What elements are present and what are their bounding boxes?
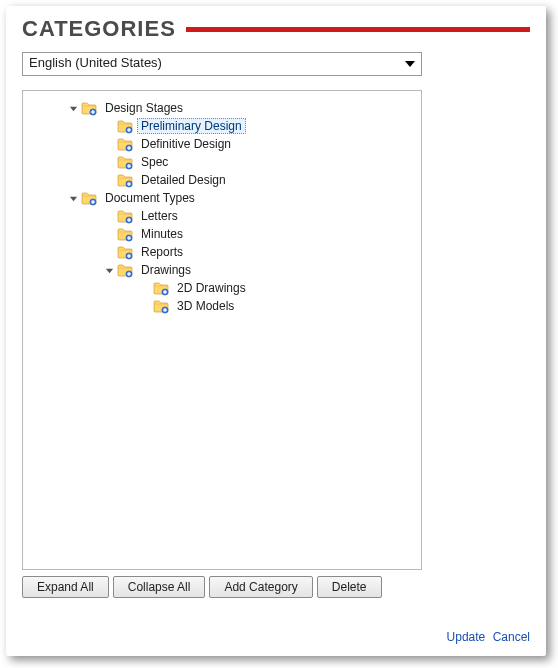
categories-panel: CATEGORIES English (United States) Desig… <box>6 6 546 656</box>
tree-toggle-icon[interactable] <box>67 102 79 114</box>
footer-links: Update Cancel <box>443 630 530 644</box>
tree-row[interactable]: Design Stages <box>27 99 417 117</box>
tree-row[interactable]: Detailed Design <box>45 171 417 189</box>
tree-row[interactable]: 2D Drawings <box>63 279 417 297</box>
svg-rect-5 <box>127 129 131 130</box>
tree-node: 3D Models <box>63 297 417 315</box>
tree-node: Design StagesPreliminary DesignDefinitiv… <box>27 99 417 189</box>
tree-node: Detailed Design <box>45 171 417 189</box>
tree-node-label[interactable]: Design Stages <box>101 100 187 116</box>
folder-tag-icon <box>117 226 133 242</box>
tree-node-label[interactable]: Letters <box>137 208 182 224</box>
tree-node: Letters <box>45 207 417 225</box>
svg-rect-20 <box>127 219 131 220</box>
folder-tag-icon <box>117 262 133 278</box>
svg-rect-14 <box>127 183 131 184</box>
svg-rect-35 <box>163 309 167 310</box>
dropdown-caret-icon <box>405 61 415 67</box>
tree-row[interactable]: Letters <box>45 207 417 225</box>
svg-rect-23 <box>127 237 131 238</box>
folder-tag-icon <box>81 190 97 206</box>
tree-toggle-icon[interactable] <box>103 264 115 276</box>
folder-tag-icon <box>117 118 133 134</box>
tree-row[interactable]: 3D Models <box>63 297 417 315</box>
folder-tag-icon <box>117 208 133 224</box>
tree-row[interactable]: Definitive Design <box>45 135 417 153</box>
add-category-button[interactable]: Add Category <box>209 576 312 598</box>
svg-rect-11 <box>127 165 131 166</box>
header: CATEGORIES <box>22 16 530 42</box>
tree-node: Definitive Design <box>45 135 417 153</box>
tree-node: Document TypesLettersMinutesReportsDrawi… <box>27 189 417 315</box>
cancel-link[interactable]: Cancel <box>493 630 530 644</box>
tree-node-label[interactable]: 2D Drawings <box>173 280 250 296</box>
svg-rect-32 <box>163 291 167 292</box>
tree-node: 2D Drawings <box>63 279 417 297</box>
tree-node-label[interactable]: 3D Models <box>173 298 238 314</box>
svg-rect-8 <box>127 147 131 148</box>
folder-tag-icon <box>117 244 133 260</box>
tree-row[interactable]: Reports <box>45 243 417 261</box>
tree-node-label[interactable]: Reports <box>137 244 187 260</box>
tree-row[interactable]: Drawings <box>45 261 417 279</box>
folder-tag-icon <box>153 280 169 296</box>
delete-button[interactable]: Delete <box>317 576 382 598</box>
tree-node: Spec <box>45 153 417 171</box>
tree-node-label[interactable]: Minutes <box>137 226 187 242</box>
expand-all-button[interactable]: Expand All <box>22 576 109 598</box>
folder-tag-icon <box>81 100 97 116</box>
header-rule <box>186 27 530 32</box>
tree-node: Drawings2D Drawings3D Models <box>45 261 417 315</box>
tree-node-label[interactable]: Drawings <box>137 262 195 278</box>
folder-tag-icon <box>117 172 133 188</box>
tree-node-label[interactable]: Document Types <box>101 190 199 206</box>
folder-tag-icon <box>153 298 169 314</box>
collapse-all-button[interactable]: Collapse All <box>113 576 206 598</box>
svg-rect-2 <box>91 111 95 112</box>
svg-rect-26 <box>127 255 131 256</box>
tree-node-label[interactable]: Detailed Design <box>137 172 230 188</box>
svg-rect-29 <box>127 273 131 274</box>
update-link[interactable]: Update <box>447 630 486 644</box>
tree-node-label[interactable]: Spec <box>137 154 172 170</box>
language-select-value: English (United States) <box>29 55 162 70</box>
tree-node: Preliminary Design <box>45 117 417 135</box>
tree-row[interactable]: Preliminary Design <box>45 117 417 135</box>
folder-tag-icon <box>117 154 133 170</box>
svg-rect-17 <box>91 201 95 202</box>
tree-toggle-icon[interactable] <box>67 192 79 204</box>
tree-toolbar: Expand All Collapse All Add Category Del… <box>22 576 530 598</box>
page-title: CATEGORIES <box>22 16 186 42</box>
category-tree[interactable]: Design StagesPreliminary DesignDefinitiv… <box>22 90 422 570</box>
tree-row[interactable]: Document Types <box>27 189 417 207</box>
tree-node: Minutes <box>45 225 417 243</box>
tree-row[interactable]: Spec <box>45 153 417 171</box>
tree-node: Reports <box>45 243 417 261</box>
language-select[interactable]: English (United States) <box>22 52 422 76</box>
tree-node-label[interactable]: Preliminary Design <box>137 118 246 134</box>
folder-tag-icon <box>117 136 133 152</box>
tree-node-label[interactable]: Definitive Design <box>137 136 235 152</box>
tree-row[interactable]: Minutes <box>45 225 417 243</box>
